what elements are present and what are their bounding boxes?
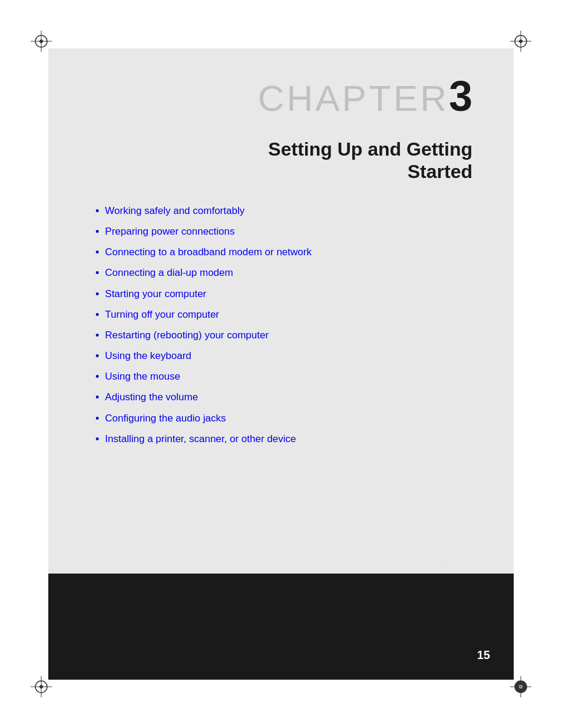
chapter-heading: CHAPTER3 <box>78 72 484 120</box>
main-content: CHAPTER3 Setting Up and Getting Started … <box>48 48 514 550</box>
toc-list: Working safely and comfortablyPreparing … <box>95 204 484 453</box>
toc-link-8[interactable]: Using the mouse <box>105 370 180 384</box>
toc-link-10[interactable]: Configuring the audio jacks <box>105 411 226 426</box>
toc-item-8[interactable]: Using the mouse <box>95 370 484 384</box>
toc-link-3[interactable]: Connecting a dial-up modem <box>105 266 233 280</box>
chapter-number: 3 <box>449 73 472 120</box>
toc-link-11[interactable]: Installing a printer, scanner, or other … <box>105 432 296 446</box>
toc-link-7[interactable]: Using the keyboard <box>105 349 191 363</box>
chapter-label: CHAPTER <box>258 78 449 118</box>
toc-item-1[interactable]: Preparing power connections <box>95 225 484 239</box>
toc-item-3[interactable]: Connecting a dial-up modem <box>95 266 484 281</box>
toc-item-6[interactable]: Restarting (rebooting) your computer <box>95 328 484 343</box>
toc-link-1[interactable]: Preparing power connections <box>105 225 234 239</box>
toc-item-9[interactable]: Adjusting the volume <box>95 390 484 405</box>
toc-link-0[interactable]: Working safely and comfortably <box>105 204 244 218</box>
toc-link-4[interactable]: Starting your computer <box>105 287 206 301</box>
toc-item-7[interactable]: Using the keyboard <box>95 349 484 364</box>
toc-link-9[interactable]: Adjusting the volume <box>105 390 198 404</box>
toc-item-5[interactable]: Turning off your computer <box>95 308 484 322</box>
toc-link-6[interactable]: Restarting (rebooting) your computer <box>105 328 269 342</box>
page-number: 15 <box>477 648 490 662</box>
toc-item-10[interactable]: Configuring the audio jacks <box>95 411 484 426</box>
toc-item-4[interactable]: Starting your computer <box>95 287 484 302</box>
toc-item-11[interactable]: Installing a printer, scanner, or other … <box>95 432 484 447</box>
chapter-title-line1: Setting Up and Getting <box>78 138 472 160</box>
bottom-wave: 15 <box>48 550 514 680</box>
chapter-title: Setting Up and Getting Started <box>78 138 484 183</box>
toc-link-2[interactable]: Connecting to a broadband modem or netwo… <box>105 245 312 259</box>
content-area: CHAPTER3 Setting Up and Getting Started … <box>48 48 514 680</box>
toc-link-5[interactable]: Turning off your computer <box>105 308 219 322</box>
toc-item-2[interactable]: Connecting to a broadband modem or netwo… <box>95 245 484 260</box>
wave-background <box>48 574 514 680</box>
chapter-title-line2: Started <box>78 160 472 183</box>
toc-item-0[interactable]: Working safely and comfortably <box>95 204 484 219</box>
chapter-label-line: CHAPTER3 <box>78 72 472 120</box>
page: CHAPTER3 Setting Up and Getting Started … <box>0 0 562 728</box>
